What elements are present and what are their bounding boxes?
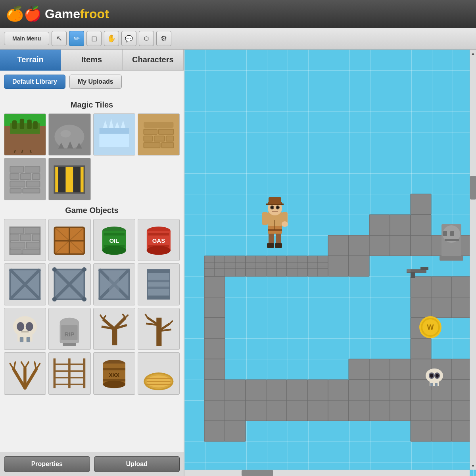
- properties-button[interactable]: Properties: [4, 456, 90, 472]
- svg-text:W: W: [427, 323, 434, 331]
- dead-tree2-tile[interactable]: [138, 308, 180, 350]
- svg-rect-168: [328, 235, 349, 256]
- toolbar: Main Menu ↖ ✏ ◻ ✋ 💬 ⬡ ⚙: [0, 28, 476, 50]
- svg-rect-104: [21, 331, 29, 333]
- speech-tool-button[interactable]: 💬: [121, 31, 136, 46]
- game-objects-heading: Game Objects: [4, 206, 180, 215]
- svg-rect-73: [148, 233, 169, 236]
- svg-rect-146: [103, 379, 125, 382]
- stone-magic-tile[interactable]: [48, 113, 90, 155]
- terrain-tab[interactable]: Terrain: [0, 50, 61, 71]
- bottom-buttons: Properties Upload: [0, 452, 184, 476]
- logo-text: Gamefroot: [45, 7, 109, 21]
- svg-rect-177: [369, 215, 390, 235]
- svg-line-131: [21, 362, 25, 368]
- main-menu-button[interactable]: Main Menu: [4, 32, 49, 45]
- nodes-tool-button[interactable]: ⬡: [139, 31, 154, 46]
- scroll-down-arrow[interactable]: ▼: [471, 464, 475, 468]
- svg-point-84: [52, 267, 57, 272]
- svg-rect-214: [225, 400, 246, 421]
- metal-beam2-tile[interactable]: [48, 263, 90, 305]
- svg-rect-57: [23, 250, 40, 254]
- characters-tab[interactable]: Characters: [123, 50, 184, 71]
- svg-rect-97: [148, 287, 170, 289]
- tiles-scroll[interactable]: Magic Tiles: [0, 93, 184, 452]
- svg-rect-95: [148, 296, 170, 299]
- select-tool-button[interactable]: ↖: [52, 31, 67, 46]
- tombstone-tile[interactable]: RIP: [48, 308, 90, 350]
- game-objects-grid: OIL GAS: [4, 219, 180, 395]
- sand-tile[interactable]: [138, 113, 180, 155]
- svg-line-115: [100, 315, 103, 319]
- svg-rect-94: [148, 269, 170, 273]
- svg-point-245: [282, 221, 288, 227]
- settings-tool-button[interactable]: ⚙: [156, 31, 171, 46]
- metal-beam3-tile[interactable]: [93, 263, 135, 305]
- scroll-up-arrow[interactable]: ▲: [471, 51, 475, 56]
- upload-button[interactable]: Upload: [94, 456, 180, 472]
- pencil-tool-button[interactable]: ✏: [69, 31, 84, 46]
- hay-bale-tile[interactable]: [138, 352, 180, 394]
- svg-rect-101: [27, 337, 30, 342]
- svg-rect-178: [390, 215, 411, 235]
- svg-rect-199: [204, 359, 225, 380]
- svg-rect-45: [73, 166, 81, 193]
- svg-rect-277: [445, 239, 459, 241]
- svg-rect-269: [420, 267, 428, 270]
- svg-rect-22: [144, 122, 173, 128]
- svg-point-102: [17, 322, 24, 331]
- svg-rect-271: [407, 269, 411, 272]
- svg-rect-96: [148, 280, 170, 282]
- svg-rect-215: [246, 400, 266, 421]
- gray-stone-tile[interactable]: [4, 158, 46, 200]
- svg-rect-2: [12, 120, 17, 129]
- skull-tile[interactable]: [4, 308, 46, 350]
- svg-rect-50: [25, 227, 40, 233]
- svg-rect-238: [267, 243, 274, 248]
- svg-line-133: [35, 362, 36, 370]
- roots-tile[interactable]: [4, 352, 46, 394]
- svg-rect-173: [390, 235, 411, 256]
- game-canvas[interactable]: W: [184, 50, 476, 476]
- stone-block-tile[interactable]: [4, 219, 46, 261]
- svg-rect-31: [10, 166, 24, 172]
- fence-tile[interactable]: [48, 352, 90, 394]
- metal-pole-tile[interactable]: [138, 263, 180, 305]
- svg-rect-174: [411, 235, 431, 256]
- canvas-horizontal-scrollbar[interactable]: [184, 470, 470, 476]
- wood-crate-tile[interactable]: [48, 219, 90, 261]
- svg-point-86: [52, 297, 57, 301]
- svg-rect-36: [10, 181, 25, 187]
- svg-point-98: [13, 316, 37, 337]
- brown-barrel-tile[interactable]: XXX: [93, 352, 135, 394]
- svg-rect-38: [10, 189, 21, 193]
- svg-rect-206: [328, 380, 349, 400]
- svg-rect-55: [27, 242, 40, 248]
- dead-tree1-tile[interactable]: [93, 308, 135, 350]
- canvas-hscroll-thumb[interactable]: [242, 470, 273, 476]
- eraser-tool-button[interactable]: ◻: [86, 31, 102, 46]
- canvas-vertical-scrollbar[interactable]: ▲ ▼: [470, 50, 476, 470]
- svg-rect-190: [369, 359, 390, 380]
- metal-beam1-tile[interactable]: [4, 263, 46, 305]
- items-tab[interactable]: Items: [61, 50, 122, 71]
- ice-tile[interactable]: [93, 113, 135, 155]
- gas-barrel-tile[interactable]: GAS: [138, 219, 180, 261]
- svg-point-144: [103, 381, 125, 388]
- default-library-tab[interactable]: Default Library: [4, 75, 65, 89]
- titlebar: 🍊🍎 Gamefroot: [0, 0, 476, 28]
- svg-point-85: [82, 267, 86, 272]
- svg-rect-262: [430, 383, 433, 386]
- svg-rect-29: [161, 143, 173, 148]
- oil-barrel-tile[interactable]: OIL: [93, 219, 135, 261]
- svg-rect-198: [204, 338, 225, 359]
- logo-icon: 🍊🍎: [6, 6, 42, 22]
- my-uploads-tab[interactable]: My Uploads: [69, 75, 122, 89]
- svg-rect-222: [390, 400, 411, 421]
- svg-line-130: [14, 362, 15, 370]
- hazard-tile[interactable]: [48, 158, 90, 200]
- grass-tile[interactable]: [4, 113, 46, 155]
- canvas-vscroll-thumb[interactable]: [470, 176, 476, 200]
- hand-tool-button[interactable]: ✋: [104, 31, 119, 46]
- svg-rect-217: [287, 400, 307, 421]
